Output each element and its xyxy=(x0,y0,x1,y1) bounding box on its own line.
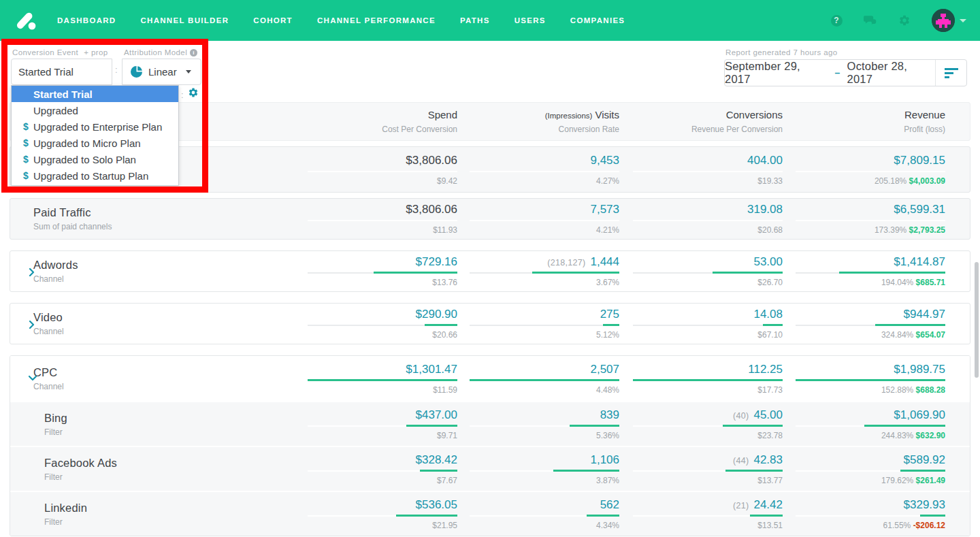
date-start[interactable]: September 29, 2017 xyxy=(725,60,828,86)
nav-item-users[interactable]: USERS xyxy=(514,16,546,25)
metric-value[interactable]: 7,573 xyxy=(590,203,619,216)
revenue-cell: $589.92 179.62% $261.49 xyxy=(783,453,945,485)
table-row-linkedin: Linkedin Filter $536.05 $21.95 562 4.34%… xyxy=(10,491,970,536)
metric-value[interactable]: $1,989.75 xyxy=(894,363,945,376)
metric-value[interactable]: 24.42 xyxy=(753,498,783,511)
expand-chevron-right-icon[interactable] xyxy=(29,321,35,329)
metric-value[interactable]: 45.00 xyxy=(753,408,783,421)
metric-value[interactable]: 1,106 xyxy=(590,453,619,466)
spend-cell: $3,806.06 $9.42 xyxy=(295,154,457,186)
revenue-cell: $1,414.87 194.04% $685.71 xyxy=(783,255,945,287)
metric-value[interactable]: $1,301.47 xyxy=(406,363,457,376)
col-visits: (Impressions)Visits Conversion Rate xyxy=(457,109,619,134)
metric-value[interactable]: 1,444 xyxy=(590,255,619,268)
metric-value[interactable]: 404.00 xyxy=(747,154,783,167)
metric-value[interactable]: $536.05 xyxy=(416,498,457,511)
count-prefix: (40) xyxy=(733,411,749,421)
metric-value[interactable]: $437.00 xyxy=(416,408,457,421)
conversions-cell: (44)42.83 $13.77 xyxy=(619,453,783,485)
metric-value[interactable]: $329.93 xyxy=(904,498,945,511)
dropdown-item-upgraded-startup[interactable]: $Upgraded to Startup Plan xyxy=(12,167,178,184)
metric-value[interactable]: $6,599.31 xyxy=(894,203,945,216)
metric-value[interactable]: 14.08 xyxy=(753,308,783,321)
attribution-model-select[interactable]: Linear xyxy=(122,59,201,85)
metric-value[interactable]: 112.25 xyxy=(748,363,783,376)
spend-cell: $3,806.06 $11.93 xyxy=(295,203,457,235)
conversion-event-dropdown: Started Trial Upgraded $Upgraded to Ente… xyxy=(11,85,179,186)
vertical-scrollbar[interactable] xyxy=(975,262,979,378)
nav-item-channel-builder[interactable]: CHANNEL BUILDER xyxy=(140,16,229,25)
attribution-logo-icon[interactable] xyxy=(14,8,38,33)
paid-event-dollar-icon: $ xyxy=(23,137,29,148)
collapse-chevron-down-icon[interactable] xyxy=(29,375,37,381)
metric-value[interactable]: 562 xyxy=(600,498,619,511)
metric-value[interactable]: 319.08 xyxy=(747,203,783,216)
dropdown-item-upgraded-micro[interactable]: $Upgraded to Micro Plan xyxy=(12,135,178,151)
report-header: Report generated 7 hours ago September 2… xyxy=(724,41,967,86)
impressions-header-prefix: (Impressions) xyxy=(545,112,593,120)
metric-value[interactable]: $589.92 xyxy=(904,453,945,466)
nav-item-dashboard[interactable]: DASHBOARD xyxy=(57,16,116,25)
metric-value[interactable]: 2,507 xyxy=(590,363,619,376)
profit-value: $632.90 xyxy=(916,431,945,440)
count-prefix: (44) xyxy=(733,456,749,466)
revenue-cell: $7,809.15 205.18% $4,003.09 xyxy=(783,154,945,186)
visits-cell: 9,453 4.27% xyxy=(457,154,619,186)
settings-gear-icon[interactable] xyxy=(898,14,911,27)
metric-value[interactable]: 839 xyxy=(600,408,619,421)
help-icon[interactable]: ? xyxy=(830,14,843,27)
spend-cell: $437.00 $9.71 xyxy=(295,408,457,440)
conversions-cell: 14.08 $67.10 xyxy=(619,308,783,340)
metric-value[interactable]: $7,809.15 xyxy=(894,154,945,167)
nav-item-channel-performance[interactable]: CHANNEL PERFORMANCE xyxy=(317,16,436,25)
metric-value[interactable]: $3,806.06 xyxy=(406,203,457,216)
metric-value[interactable]: $944.97 xyxy=(904,308,945,321)
metric-value[interactable]: 53.00 xyxy=(753,255,783,268)
metric-value[interactable]: $1,069.90 xyxy=(894,408,945,421)
table-row-cpc: CPC Channel $1,301.47 $11.59 2,507 4.48%… xyxy=(10,356,970,401)
second-filter-separator: : xyxy=(181,90,184,100)
info-icon[interactable]: i xyxy=(190,49,197,56)
metric-value[interactable]: 275 xyxy=(600,308,619,321)
attribution-model-label: Attribution Modeli xyxy=(124,48,197,56)
profit-value: $688.28 xyxy=(916,385,945,395)
nav-item-companies[interactable]: COMPANIES xyxy=(570,16,625,25)
metric-value[interactable]: $3,806.06 xyxy=(406,154,457,167)
expand-chevron-right-icon[interactable] xyxy=(29,268,35,276)
event-settings-gear-icon[interactable] xyxy=(188,87,199,101)
dropdown-item-started-trial[interactable]: Started Trial xyxy=(12,86,178,102)
date-range-picker[interactable]: September 29, 2017 – October 28, 2017 xyxy=(724,59,967,86)
profit-value: $685.71 xyxy=(916,278,945,287)
count-prefix: (21) xyxy=(733,501,749,510)
conversions-cell: (40)45.00 $23.78 xyxy=(619,408,783,440)
metric-value[interactable]: $729.16 xyxy=(416,255,457,268)
nav-item-cohort[interactable]: COHORT xyxy=(253,16,293,25)
visits-cell: 275 5.12% xyxy=(457,308,619,340)
metric-value[interactable]: $1,414.87 xyxy=(894,255,945,268)
top-nav: DASHBOARD CHANNEL BUILDER COHORT CHANNEL… xyxy=(0,0,980,41)
table-row-facebook-ads: Facebook Ads Filter $328.42 $7.67 1,106 … xyxy=(10,446,970,491)
visits-cell: 7,573 4.21% xyxy=(457,203,619,235)
col-spend: Spend Cost Per Conversion xyxy=(295,109,457,134)
filter-button[interactable] xyxy=(935,60,966,86)
visits-cell: 562 4.34% xyxy=(457,498,619,530)
dropdown-item-upgraded[interactable]: Upgraded xyxy=(12,102,178,118)
pie-chart-icon xyxy=(131,66,142,78)
filter-icon xyxy=(945,67,958,78)
user-menu[interactable] xyxy=(932,9,966,32)
chat-icon[interactable] xyxy=(864,14,877,27)
metric-value[interactable]: 42.83 xyxy=(753,453,783,466)
nav-item-paths[interactable]: PATHS xyxy=(460,16,490,25)
conversion-event-input[interactable] xyxy=(11,59,112,85)
metric-value[interactable]: $290.90 xyxy=(416,308,457,321)
col-revenue: Revenue Profit (loss) xyxy=(783,109,945,134)
add-prop-link[interactable]: + prop xyxy=(84,48,108,56)
dropdown-item-upgraded-solo[interactable]: $Upgraded to Solo Plan xyxy=(12,151,178,167)
dropdown-item-upgraded-enterprise[interactable]: $Upgraded to Enterprise Plan xyxy=(12,118,178,135)
paid-event-dollar-icon: $ xyxy=(23,154,29,165)
report-generated-label: Report generated 7 hours ago xyxy=(725,48,967,56)
date-end[interactable]: October 28, 2017 xyxy=(847,60,935,86)
spend-cell: $729.16 $13.76 xyxy=(295,255,457,287)
metric-value[interactable]: $328.42 xyxy=(416,453,457,466)
metric-value[interactable]: 9,453 xyxy=(590,154,619,167)
